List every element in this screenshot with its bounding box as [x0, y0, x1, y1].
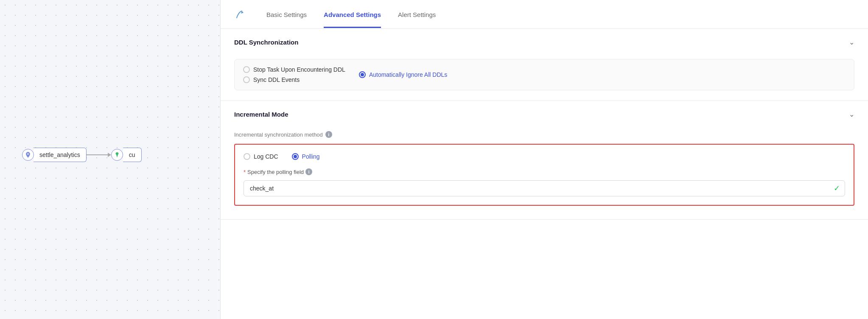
ddl-sync-body: Stop Task Upon Encountering DDL Sync DDL…: [221, 56, 868, 101]
tab-basic[interactable]: Basic Settings: [266, 2, 307, 28]
ddl-options-stack: Stop Task Upon Encountering DDL Sync DDL…: [243, 66, 345, 83]
right-panel: Basic Settings Advanced Settings Alert S…: [221, 0, 868, 319]
polling-field-label: * Specify the polling field i: [244, 168, 845, 175]
polling-field-input-wrapper: ✓: [244, 180, 845, 196]
checkmark-icon: ✓: [834, 184, 840, 193]
sync-method-label: Incremental synchronization method i: [234, 131, 854, 138]
connection-arrow: [87, 153, 111, 157]
incremental-mode-body: Incremental synchronization method i Log…: [221, 128, 868, 219]
source-icon: [22, 149, 34, 161]
sync-method-radio-row: Log CDC Polling: [244, 153, 845, 160]
connector-icon: [234, 8, 246, 20]
radio-log-cdc[interactable]: [244, 153, 250, 160]
content-area: DDL Synchronization ⌄ Stop Task Upon Enc…: [221, 29, 868, 319]
source-label: settle_analytics: [34, 148, 87, 162]
ddl-radio-sync-events[interactable]: [243, 76, 250, 83]
ddl-radio-stop-task[interactable]: [243, 66, 250, 73]
incremental-highlighted-section: Log CDC Polling * Specify the polling fi…: [234, 144, 854, 206]
tabs-bar: Basic Settings Advanced Settings Alert S…: [221, 0, 868, 29]
source-node[interactable]: settle_analytics: [22, 148, 87, 162]
incremental-mode-title: Incremental Mode: [234, 111, 288, 118]
ddl-sync-section: DDL Synchronization ⌄ Stop Task Upon Enc…: [221, 29, 868, 101]
destination-node[interactable]: cu: [111, 148, 142, 162]
flow-diagram: settle_analytics cu: [22, 148, 142, 162]
incremental-mode-section: Incremental Mode ⌄ Incremental synchroni…: [221, 101, 868, 220]
radio-polling[interactable]: [292, 153, 299, 160]
sync-method-info-icon[interactable]: i: [325, 131, 332, 138]
ddl-option-sync-events[interactable]: Sync DDL Events: [243, 76, 345, 83]
incremental-mode-chevron: ⌄: [849, 110, 854, 118]
ddl-option-auto-ignore[interactable]: Automatically Ignore All DDLs: [359, 71, 447, 78]
polling-field-info-icon[interactable]: i: [305, 168, 312, 175]
ddl-sync-title: DDL Synchronization: [234, 39, 298, 46]
dest-icon: [111, 149, 123, 161]
ddl-sync-radio-group: Stop Task Upon Encountering DDL Sync DDL…: [234, 59, 854, 90]
tab-alert[interactable]: Alert Settings: [398, 2, 436, 28]
dest-label: cu: [123, 148, 142, 162]
ddl-option-stop-task[interactable]: Stop Task Upon Encountering DDL: [243, 66, 345, 73]
required-indicator: *: [244, 169, 246, 175]
ddl-sync-chevron: ⌄: [849, 38, 854, 46]
method-log-cdc[interactable]: Log CDC: [244, 153, 278, 160]
svg-point-0: [27, 153, 28, 154]
method-polling[interactable]: Polling: [292, 153, 320, 160]
ddl-radio-auto-ignore[interactable]: [359, 71, 366, 78]
tab-advanced[interactable]: Advanced Settings: [324, 2, 381, 28]
incremental-mode-header[interactable]: Incremental Mode ⌄: [221, 101, 868, 128]
canvas-area: settle_analytics cu: [0, 0, 221, 319]
polling-field-input[interactable]: [244, 180, 845, 196]
ddl-sync-header[interactable]: DDL Synchronization ⌄: [221, 29, 868, 56]
